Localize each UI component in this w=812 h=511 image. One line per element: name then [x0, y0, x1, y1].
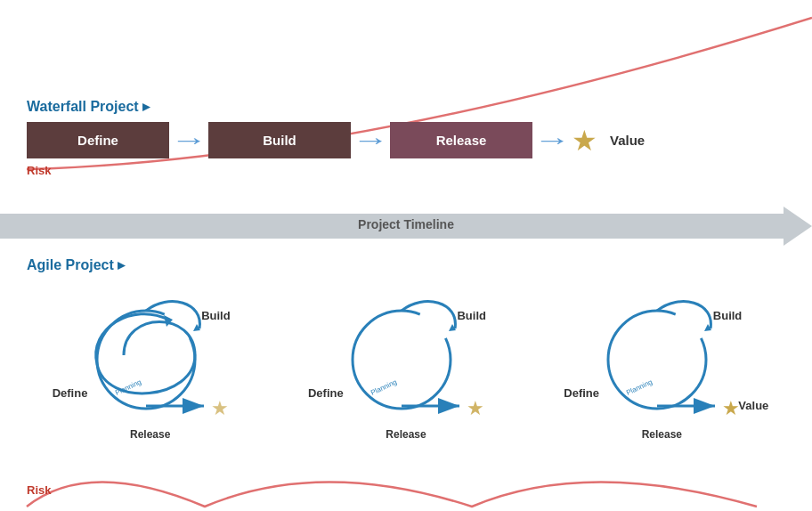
svg-point-9 [608, 311, 706, 409]
cycle-1: Planning ★ Build Define Release [35, 284, 266, 441]
waterfall-title: Waterfall Project ▸ [27, 98, 785, 115]
svg-text:Planning: Planning [369, 377, 398, 396]
cycle-3-diagram: Planning ★ Build Define Value [564, 284, 759, 426]
agile-title: Agile Project ▸ [27, 256, 785, 273]
cycle-1-define: Define [53, 386, 88, 400]
cycle-1-build: Build [201, 309, 231, 322]
cycle-2-svg: Planning ★ [308, 284, 504, 426]
define-box: Define [27, 122, 169, 158]
cycle-1-svg: Planning ★ [53, 284, 248, 426]
cycle-3-svg: Planning ★ [564, 284, 759, 426]
svg-text:★: ★ [722, 397, 740, 419]
cycle-3-release: Release [642, 428, 682, 441]
cycle-3-build: Build [713, 309, 743, 322]
cycle-1-diagram: Planning ★ Build Define [53, 284, 248, 426]
risk-curve-bottom [0, 440, 812, 511]
waterfall-section: Waterfall Project ▸ Define → Build → Rel… [27, 98, 785, 177]
release-box: Release [390, 122, 532, 158]
build-box: Build [208, 122, 351, 158]
cycle-2-diagram: Planning ★ Build Define [308, 284, 504, 426]
cycle-2-release: Release [386, 428, 426, 441]
cycle-2-define: Define [308, 386, 344, 400]
arrow-1: → [170, 126, 207, 155]
svg-point-5 [353, 311, 451, 409]
arrow-2: → [352, 126, 389, 155]
risk-label-top: Risk [27, 164, 785, 177]
arrow-3: → [533, 126, 571, 155]
timeline-label: Project Timeline [0, 217, 812, 231]
cycle-3: Planning ★ Build Define Value Release [546, 284, 777, 441]
svg-text:★: ★ [467, 397, 484, 419]
value-label: Value [610, 133, 645, 148]
agile-value-label: Value [738, 399, 768, 412]
risk-label-bottom: Risk [27, 483, 51, 497]
timeline-container: Project Timeline [0, 207, 812, 249]
cycle-1-release: Release [130, 428, 170, 441]
svg-text:Planning: Planning [625, 377, 654, 396]
waterfall-boxes: Define → Build → Release → ★ Value [27, 122, 785, 158]
value-star: ★ [572, 124, 597, 158]
agile-section: Agile Project ▸ [27, 256, 785, 441]
cycle-2-build: Build [457, 309, 486, 322]
cycle-3-define: Define [564, 386, 599, 400]
cycle-2: Planning ★ Build Define Release [290, 284, 522, 441]
svg-text:★: ★ [211, 397, 229, 419]
agile-cycles: Planning ★ Build Define Release [27, 284, 785, 441]
